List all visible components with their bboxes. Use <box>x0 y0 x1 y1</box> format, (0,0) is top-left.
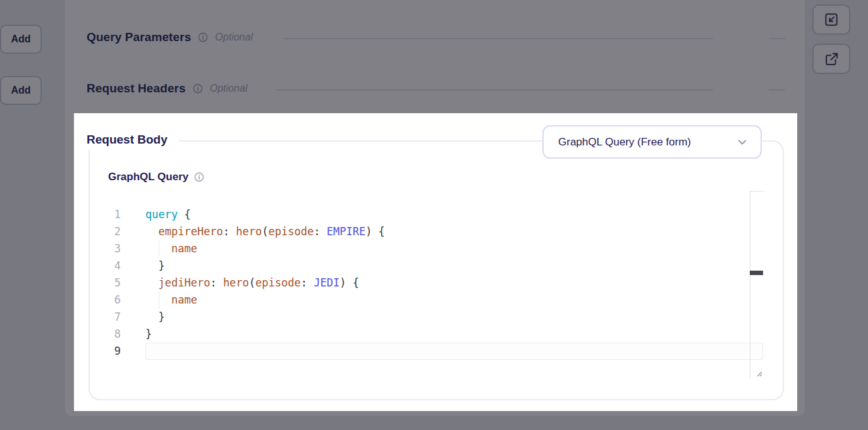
code-token: hero <box>223 276 249 289</box>
optional-label: Optional <box>215 32 253 43</box>
line-number: 3 <box>104 240 121 257</box>
code-area[interactable]: query { empireHero: hero(episode: EMPIRE… <box>145 206 763 360</box>
code-token: episode <box>255 276 301 289</box>
divider <box>769 38 785 39</box>
scrollbar-track-top <box>750 191 764 192</box>
code-token: empireHero <box>158 225 223 238</box>
line-number: 4 <box>104 257 121 274</box>
code-token: jediHero <box>158 276 210 289</box>
divider <box>769 89 785 90</box>
code-line[interactable]: name <box>145 292 763 309</box>
code-token: JEDI <box>314 276 339 289</box>
line-number: 2 <box>104 223 121 240</box>
edit-in-box-icon <box>823 11 840 28</box>
code-token: episode <box>269 225 314 238</box>
external-link-icon <box>823 51 840 67</box>
code-line[interactable]: } <box>145 309 763 326</box>
request-body-title: Request Body <box>87 132 179 149</box>
line-numbers-gutter: 123456789 <box>104 206 121 360</box>
scrollbar-track[interactable] <box>750 191 750 378</box>
chevron-down-icon <box>737 137 748 148</box>
line-number: 9 <box>104 343 121 360</box>
code-token: } <box>145 328 152 340</box>
info-icon[interactable] <box>198 32 208 42</box>
code-line[interactable]: } <box>145 326 763 343</box>
line-number: 5 <box>104 274 121 292</box>
code-token: ( <box>249 276 255 289</box>
code-token: } <box>158 259 164 272</box>
info-icon[interactable] <box>194 172 204 182</box>
code-token: ( <box>262 225 268 238</box>
code-token: ) { <box>365 225 385 238</box>
indent-guide <box>159 240 159 257</box>
divider <box>276 89 713 90</box>
graphql-query-label-row: GraphQL Query <box>108 171 204 183</box>
code-token: name <box>171 293 197 306</box>
code-line[interactable]: name <box>145 240 763 257</box>
code-token: : <box>314 225 320 238</box>
code-token <box>145 310 158 323</box>
query-parameters-title: Query Parameters <box>87 30 191 44</box>
code-token: hero <box>236 225 262 238</box>
code-token <box>145 259 158 272</box>
code-token <box>307 276 314 289</box>
page: Query Parameters Optional Add Request He… <box>0 0 868 430</box>
code-token <box>217 276 223 289</box>
code-token <box>229 225 236 238</box>
resize-grip-icon[interactable] <box>754 369 764 379</box>
code-token <box>145 225 158 238</box>
open-external-button[interactable] <box>812 44 850 74</box>
code-token: : <box>301 276 307 289</box>
code-line[interactable]: empireHero: hero(episode: EMPIRE) { <box>145 223 763 240</box>
code-token: : <box>210 276 216 289</box>
code-token: } <box>158 310 164 323</box>
body-type-select[interactable]: GraphQL Query (Free form) <box>542 125 762 159</box>
graphql-code-editor[interactable]: 123456789 query { empireHero: hero(episo… <box>104 190 763 379</box>
divider <box>284 38 713 39</box>
line-number: 6 <box>104 292 121 309</box>
body-type-selected-value: GraphQL Query (Free form) <box>558 136 691 149</box>
code-token: name <box>171 242 197 255</box>
add-request-header-button[interactable]: Add <box>0 76 42 105</box>
info-icon[interactable] <box>193 83 203 94</box>
code-line[interactable] <box>145 343 763 360</box>
request-headers-title: Request Headers <box>87 82 186 95</box>
line-number: 7 <box>104 309 121 326</box>
code-line[interactable]: query { <box>145 206 763 223</box>
optional-label: Optional <box>210 83 248 94</box>
line-number: 8 <box>104 326 121 343</box>
query-parameters-header: Query Parameters Optional <box>87 29 253 46</box>
scrollbar-thumb[interactable] <box>750 271 763 275</box>
code-line[interactable]: jediHero: hero(episode: JEDI) { <box>145 274 763 292</box>
code-token: : <box>223 225 229 238</box>
code-line[interactable]: } <box>145 257 763 274</box>
line-number: 1 <box>104 206 121 223</box>
code-token <box>320 225 326 238</box>
graphql-query-label: GraphQL Query <box>108 171 188 183</box>
code-token: ) { <box>339 276 359 289</box>
code-token: EMPIRE <box>327 225 365 238</box>
code-token <box>145 276 158 289</box>
request-headers-header: Request Headers Optional <box>87 80 247 97</box>
add-query-parameter-button[interactable]: Add <box>0 25 42 54</box>
code-token: { <box>178 208 190 221</box>
edit-in-box-button[interactable] <box>812 4 850 35</box>
indent-guide <box>159 292 159 309</box>
code-token: query <box>145 208 178 221</box>
